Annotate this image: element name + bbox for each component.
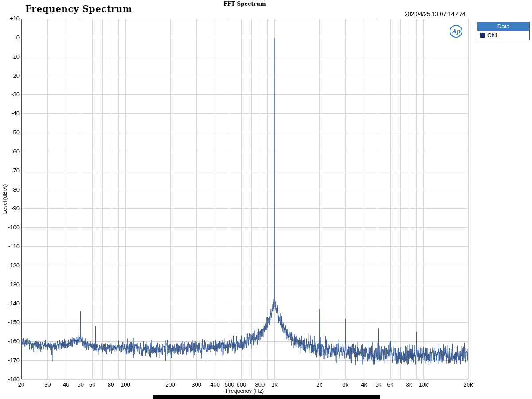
y-tick-label: -70 [0, 167, 20, 174]
y-tick-label: -50 [0, 129, 20, 136]
legend-header: Data [477, 22, 529, 31]
y-tick-label: -20 [0, 72, 20, 79]
y-tick-label: -90 [0, 205, 20, 211]
y-tick-label: -170 [0, 357, 20, 364]
y-tick-label: -10 [0, 53, 20, 60]
x-tick-label: 20k [456, 381, 481, 388]
timestamp: 2020/4/25 13:07:14.474 [21, 11, 466, 17]
x-tick-label: 10k [411, 381, 436, 388]
fft-spectrum-panel: Frequency Spectrum FFT Spectrum 2020/4/2… [0, 0, 532, 399]
bottom-bar [153, 395, 380, 399]
spectrum-canvas [0, 0, 532, 399]
x-axis-title: Frequency (Hz) [21, 388, 468, 394]
x-tick-label: 100 [113, 381, 138, 388]
legend-item-ch1[interactable]: Ch1 [477, 31, 529, 40]
y-tick-label: -150 [0, 319, 20, 325]
ch1-color-swatch [480, 33, 485, 38]
y-tick-label: -140 [0, 300, 20, 307]
y-tick-label: 0 [0, 34, 20, 41]
y-tick-label: -40 [0, 110, 20, 117]
x-tick-label: 200 [158, 381, 183, 388]
y-tick-label: -80 [0, 186, 20, 193]
y-tick-label: -30 [0, 91, 20, 98]
y-tick-label: -110 [0, 243, 20, 250]
y-tick-label: -130 [0, 281, 20, 288]
y-tick-label: -120 [0, 262, 20, 269]
ap-logo: Ap [450, 25, 462, 38]
ch1-label: Ch1 [487, 32, 498, 39]
x-tick-label: 2k [307, 381, 332, 388]
y-tick-label: +10 [0, 15, 20, 22]
y-tick-label: -100 [0, 224, 20, 231]
legend-panel[interactable]: Data Ch1 [477, 22, 530, 40]
y-tick-label: -160 [0, 338, 20, 344]
window-title: FFT Spectrum [21, 1, 468, 7]
y-tick-label: -60 [0, 148, 20, 155]
ap-logo-text: Ap [452, 28, 460, 35]
x-tick-label: 1k [262, 381, 287, 388]
x-tick-label: 20 [9, 381, 34, 388]
